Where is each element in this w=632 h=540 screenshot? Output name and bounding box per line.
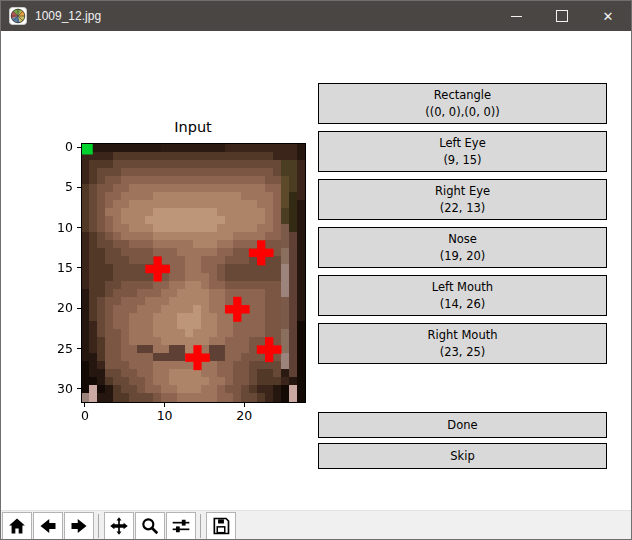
landmark-button-value: (23, 25)	[440, 344, 486, 361]
maximize-button[interactable]	[539, 1, 585, 31]
toolbar-separator	[200, 514, 201, 538]
y-tick-mark	[77, 388, 81, 389]
landmark-button-left-eye[interactable]: Left Eye(9, 15)	[318, 131, 607, 172]
save-button[interactable]	[206, 512, 236, 540]
landmark-button-label: Nose	[448, 231, 477, 248]
y-tick-label: 20	[39, 301, 73, 315]
zoom-button[interactable]	[135, 512, 165, 540]
skip-button[interactable]: Skip	[318, 443, 607, 469]
back-button[interactable]	[33, 512, 63, 540]
home-icon	[7, 516, 27, 536]
y-tick-label: 25	[39, 342, 73, 356]
save-icon	[211, 516, 231, 536]
matplotlib-toolbar	[1, 510, 632, 540]
landmark-button-value: (22, 13)	[440, 200, 486, 217]
y-tick-mark	[77, 227, 81, 228]
x-tick-label: 10	[145, 409, 185, 423]
home-button[interactable]	[2, 512, 32, 540]
y-tick-label: 15	[39, 261, 73, 275]
y-tick-label: 30	[39, 382, 73, 396]
y-tick-label: 10	[39, 221, 73, 235]
landmark-button-label: Right Eye	[435, 183, 490, 200]
window-title: 1009_12.jpg	[35, 9, 493, 23]
forward-button[interactable]	[64, 512, 94, 540]
landmark-button-rectangle[interactable]: Rectangle((0, 0),(0, 0))	[318, 83, 607, 124]
zoom-icon	[140, 516, 160, 536]
landmark-button-label: Right Mouth	[428, 327, 498, 344]
app-window: 1009_12.jpg ✕ Input 051015202530 01020 R…	[0, 0, 632, 540]
action-button-label: Done	[447, 418, 477, 432]
landmark-button-right-mouth[interactable]: Right Mouth(23, 25)	[318, 323, 607, 364]
face-image-canvas[interactable]	[82, 144, 305, 402]
landmark-button-label: Rectangle	[434, 87, 491, 104]
landmark-button-value: (19, 20)	[440, 248, 486, 265]
x-tick-label: 20	[224, 409, 264, 423]
plot-title: Input	[81, 119, 305, 135]
close-icon: ✕	[603, 10, 614, 23]
back-arrow-icon	[38, 516, 58, 536]
image-axes[interactable]	[81, 143, 306, 403]
sliders-icon	[171, 516, 191, 536]
landmark-button-nose[interactable]: Nose(19, 20)	[318, 227, 607, 268]
y-tick-mark	[77, 348, 81, 349]
toolbar-separator	[98, 514, 99, 538]
configure-subplots-button[interactable]	[166, 512, 196, 540]
titlebar: 1009_12.jpg ✕	[1, 1, 631, 31]
y-tick-mark	[77, 267, 81, 268]
y-tick-mark	[77, 147, 81, 148]
x-tick-label: 0	[65, 409, 105, 423]
x-tick-mark	[244, 403, 245, 407]
landmark-button-value: (9, 15)	[443, 152, 481, 169]
matplotlib-logo-icon	[9, 7, 27, 25]
y-tick-label: 5	[39, 180, 73, 194]
landmark-button-value: (14, 26)	[440, 296, 486, 313]
x-tick-mark	[164, 403, 165, 407]
figure-canvas-area: Input 051015202530 01020 Rectangle((0, 0…	[1, 31, 632, 510]
maximize-icon	[556, 10, 568, 22]
y-tick-mark	[77, 308, 81, 309]
y-tick-label: 0	[39, 140, 73, 154]
x-tick-mark	[84, 403, 85, 407]
y-tick-mark	[77, 187, 81, 188]
pan-icon	[109, 516, 129, 536]
minimize-button[interactable]	[493, 1, 539, 31]
forward-arrow-icon	[69, 516, 89, 536]
landmark-button-left-mouth[interactable]: Left Mouth(14, 26)	[318, 275, 607, 316]
landmark-button-label: Left Mouth	[432, 279, 493, 296]
close-button[interactable]: ✕	[585, 1, 631, 31]
landmark-button-right-eye[interactable]: Right Eye(22, 13)	[318, 179, 607, 220]
done-button[interactable]: Done	[318, 412, 607, 438]
pan-button[interactable]	[104, 512, 134, 540]
action-button-label: Skip	[450, 449, 474, 463]
minimize-icon	[511, 16, 522, 17]
landmark-button-value: ((0, 0),(0, 0))	[425, 104, 499, 121]
landmark-button-label: Left Eye	[439, 135, 485, 152]
